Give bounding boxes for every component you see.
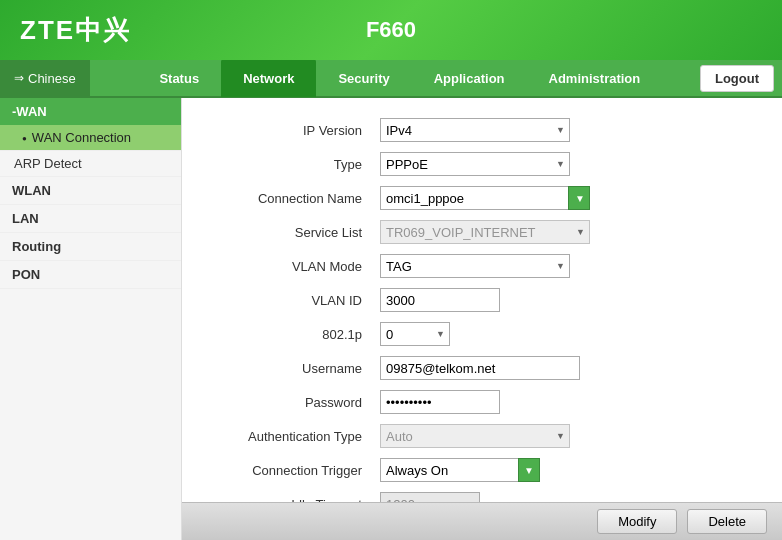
- form-row-vlan-mode: VLAN Mode TAG TRANSPARENT: [212, 249, 752, 283]
- delete-button[interactable]: Delete: [687, 509, 767, 534]
- ip-version-wrapper: IPv4 IPv6: [380, 118, 570, 142]
- idle-timeout-input[interactable]: [380, 492, 480, 502]
- idle-timeout-value: sec: [372, 487, 752, 502]
- connection-trigger-label: Connection Trigger: [212, 453, 372, 487]
- language-button[interactable]: Chinese: [0, 59, 90, 97]
- nav-application[interactable]: Application: [412, 59, 527, 97]
- nav-security[interactable]: Security: [316, 59, 411, 97]
- ip-version-select[interactable]: IPv4 IPv6: [380, 118, 570, 142]
- connection-name-label: Connection Name: [212, 181, 372, 215]
- type-select[interactable]: PPPoE IPoE Bridge: [380, 152, 570, 176]
- wan-form: IP Version IPv4 IPv6 Type: [212, 113, 752, 502]
- vlan-id-label: VLAN ID: [212, 283, 372, 317]
- 802-1p-wrapper: 0 1 2 3: [380, 322, 450, 346]
- connection-name-wrapper: omci1_pppoe ▼: [380, 186, 590, 210]
- sidebar-item-pon[interactable]: PON: [0, 261, 181, 289]
- 802-1p-select[interactable]: 0 1 2 3: [380, 322, 450, 346]
- form-row-802-1p: 802.1p 0 1 2 3: [212, 317, 752, 351]
- logout-button[interactable]: Logout: [700, 65, 774, 92]
- form-row-ip-version: IP Version IPv4 IPv6: [212, 113, 752, 147]
- password-value: [372, 385, 752, 419]
- auth-type-select[interactable]: Auto PAP CHAP: [380, 424, 570, 448]
- type-label: Type: [212, 147, 372, 181]
- auth-type-label: Authentication Type: [212, 419, 372, 453]
- connection-trigger-wrapper: Always On Manual On Demand ▼: [380, 458, 540, 482]
- sidebar: -WAN WAN Connection ARP Detect WLAN LAN …: [0, 98, 182, 540]
- form-row-vlan-id: VLAN ID: [212, 283, 752, 317]
- service-list-label: Service List: [212, 215, 372, 249]
- content-wrapper: IP Version IPv4 IPv6 Type: [182, 98, 782, 540]
- vlan-mode-value: TAG TRANSPARENT: [372, 249, 752, 283]
- connection-trigger-select[interactable]: Always On Manual On Demand: [380, 458, 540, 482]
- form-row-service-list: Service List TR069_VOIP_INTERNET: [212, 215, 752, 249]
- service-list-select[interactable]: TR069_VOIP_INTERNET: [380, 220, 590, 244]
- nav-items: Status Network Security Application Admi…: [100, 59, 700, 97]
- service-list-wrapper: TR069_VOIP_INTERNET: [380, 220, 590, 244]
- ip-version-label: IP Version: [212, 113, 372, 147]
- username-input[interactable]: [380, 356, 580, 380]
- 802-1p-label: 802.1p: [212, 317, 372, 351]
- form-row-type: Type PPPoE IPoE Bridge: [212, 147, 752, 181]
- nav-administration[interactable]: Administration: [527, 59, 663, 97]
- main-layout: -WAN WAN Connection ARP Detect WLAN LAN …: [0, 98, 782, 540]
- sidebar-item-wlan[interactable]: WLAN: [0, 177, 181, 205]
- connection-trigger-value: Always On Manual On Demand ▼: [372, 453, 752, 487]
- ip-version-value: IPv4 IPv6: [372, 113, 752, 147]
- model-name: F660: [366, 17, 416, 43]
- connection-name-value: omci1_pppoe ▼: [372, 181, 752, 215]
- sidebar-item-wan-connection[interactable]: WAN Connection: [0, 125, 181, 151]
- form-row-connection-trigger: Connection Trigger Always On Manual On D…: [212, 453, 752, 487]
- nav-status[interactable]: Status: [137, 59, 221, 97]
- sidebar-item-routing[interactable]: Routing: [0, 233, 181, 261]
- vlan-id-value: [372, 283, 752, 317]
- bottom-bar: Modify Delete: [182, 502, 782, 540]
- type-value: PPPoE IPoE Bridge: [372, 147, 752, 181]
- form-row-idle-timeout: Idle Timeout sec: [212, 487, 752, 502]
- logo: ZTE中兴: [20, 13, 131, 48]
- vlan-mode-label: VLAN Mode: [212, 249, 372, 283]
- sidebar-section-wan[interactable]: -WAN: [0, 98, 181, 125]
- vlan-mode-wrapper: TAG TRANSPARENT: [380, 254, 570, 278]
- password-label: Password: [212, 385, 372, 419]
- username-label: Username: [212, 351, 372, 385]
- header: ZTE中兴 F660: [0, 0, 782, 60]
- vlan-id-input[interactable]: [380, 288, 500, 312]
- username-value: [372, 351, 752, 385]
- logo-text: ZTE中兴: [20, 13, 131, 48]
- form-row-password: Password: [212, 385, 752, 419]
- password-input[interactable]: [380, 390, 500, 414]
- navbar: Chinese Status Network Security Applicat…: [0, 60, 782, 98]
- sidebar-item-arp-detect[interactable]: ARP Detect: [0, 151, 181, 177]
- modify-button[interactable]: Modify: [597, 509, 677, 534]
- form-row-connection-name: Connection Name omci1_pppoe ▼: [212, 181, 752, 215]
- auth-type-wrapper: Auto PAP CHAP: [380, 424, 570, 448]
- auth-type-value: Auto PAP CHAP: [372, 419, 752, 453]
- type-wrapper: PPPoE IPoE Bridge: [380, 152, 570, 176]
- form-row-auth-type: Authentication Type Auto PAP CHAP: [212, 419, 752, 453]
- service-list-value: TR069_VOIP_INTERNET: [372, 215, 752, 249]
- 802-1p-value: 0 1 2 3: [372, 317, 752, 351]
- vlan-mode-select[interactable]: TAG TRANSPARENT: [380, 254, 570, 278]
- connection-name-select[interactable]: omci1_pppoe: [380, 186, 590, 210]
- form-row-username: Username: [212, 351, 752, 385]
- idle-timeout-label: Idle Timeout: [212, 487, 372, 502]
- sidebar-item-lan[interactable]: LAN: [0, 205, 181, 233]
- form-content: IP Version IPv4 IPv6 Type: [182, 98, 782, 502]
- nav-network[interactable]: Network: [221, 59, 316, 97]
